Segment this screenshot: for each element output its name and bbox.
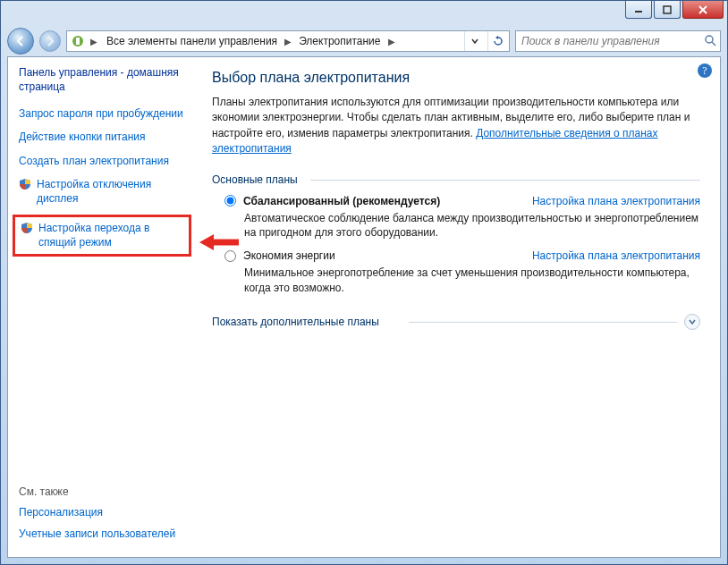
main-panel: ? Выбор плана электропитания Планы элект…: [196, 57, 720, 557]
maximize-button[interactable]: [654, 1, 681, 19]
page-description: Планы электропитания используются для оп…: [212, 95, 700, 157]
sidebar-link-sleep-mode[interactable]: Настройка перехода в спящий режим: [38, 221, 183, 249]
highlighted-sidebar-item: Настройка перехода в спящий режим: [13, 215, 191, 256]
sidebar-link-create-plan[interactable]: Создать план электропитания: [19, 154, 185, 168]
search-icon: [704, 34, 716, 49]
svg-line-7: [712, 42, 715, 46]
chevron-right-icon: ▶: [386, 37, 397, 46]
shield-icon: [19, 178, 31, 190]
window-frame: ▶ Все элементы панели управления ▶ Элект…: [0, 0, 728, 565]
address-dropdown[interactable]: [464, 31, 484, 51]
svg-point-6: [706, 36, 713, 43]
plan-balanced-settings-link[interactable]: Настройка плана электропитания: [532, 195, 700, 207]
plan-saver-name: Экономия энергии: [243, 249, 335, 262]
control-panel-icon: [71, 34, 85, 48]
sidebar-link-power-button[interactable]: Действие кнопки питания: [19, 130, 185, 144]
seealso-heading: См. также: [19, 485, 185, 498]
breadcrumb-item-all[interactable]: Все элементы панели управления: [103, 33, 281, 49]
content-area: Панель управления - домашняя страница За…: [7, 56, 721, 558]
seealso-personalization[interactable]: Персонализация: [19, 505, 185, 519]
nav-forward-button[interactable]: [39, 30, 61, 52]
plan-balanced-name: Сбалансированный (рекомендуется): [243, 195, 440, 207]
search-input[interactable]: [520, 34, 704, 48]
seealso-user-accounts[interactable]: Учетные записи пользователей: [19, 527, 185, 541]
svg-rect-5: [76, 38, 80, 45]
plan-balanced-desc: Автоматическое соблюдение баланса между …: [244, 211, 700, 241]
minimize-button[interactable]: [625, 1, 652, 19]
titlebar: [1, 1, 727, 26]
plan-balanced: Сбалансированный (рекомендуется) Настрой…: [224, 195, 700, 241]
sidebar-link-display-off[interactable]: Настройка отключения дисплея: [37, 177, 185, 206]
sidebar-title[interactable]: Панель управления - домашняя страница: [19, 66, 185, 94]
expand-label: Показать дополнительные планы: [212, 316, 379, 328]
breadcrumb: Все элементы панели управления ▶ Электро…: [103, 33, 461, 49]
svg-text:?: ?: [702, 64, 707, 77]
plan-saver-radio[interactable]: [224, 250, 236, 262]
plan-saver: Экономия энергии Настройка плана электро…: [224, 249, 700, 296]
chevron-right-icon: ▶: [283, 37, 293, 46]
shield-icon: [21, 222, 33, 234]
navbar: ▶ Все элементы панели управления ▶ Элект…: [7, 26, 721, 56]
sidebar-link-wake-password[interactable]: Запрос пароля при пробуждении: [19, 106, 185, 121]
page-title: Выбор плана электропитания: [212, 70, 700, 86]
plan-saver-settings-link[interactable]: Настройка плана электропитания: [532, 249, 700, 262]
section-main-plans: Основные планы: [212, 173, 700, 186]
close-button[interactable]: [682, 1, 724, 19]
plan-saver-desc: Минимальное энергопотребление за счет ум…: [244, 266, 700, 296]
chevron-right-icon: ▶: [89, 37, 99, 46]
refresh-button[interactable]: [487, 31, 507, 51]
svg-rect-1: [664, 6, 671, 13]
breadcrumb-item-power[interactable]: Электропитание: [295, 33, 384, 49]
sidebar: Панель управления - домашняя страница За…: [8, 57, 196, 557]
help-icon[interactable]: ?: [697, 63, 713, 79]
expand-additional-plans[interactable]: Показать дополнительные планы: [212, 314, 700, 330]
nav-back-button[interactable]: [7, 28, 34, 55]
plan-balanced-radio[interactable]: [224, 195, 236, 207]
chevron-down-icon: [684, 314, 700, 330]
address-bar[interactable]: ▶ Все элементы панели управления ▶ Элект…: [66, 30, 510, 52]
search-box[interactable]: [515, 30, 721, 52]
